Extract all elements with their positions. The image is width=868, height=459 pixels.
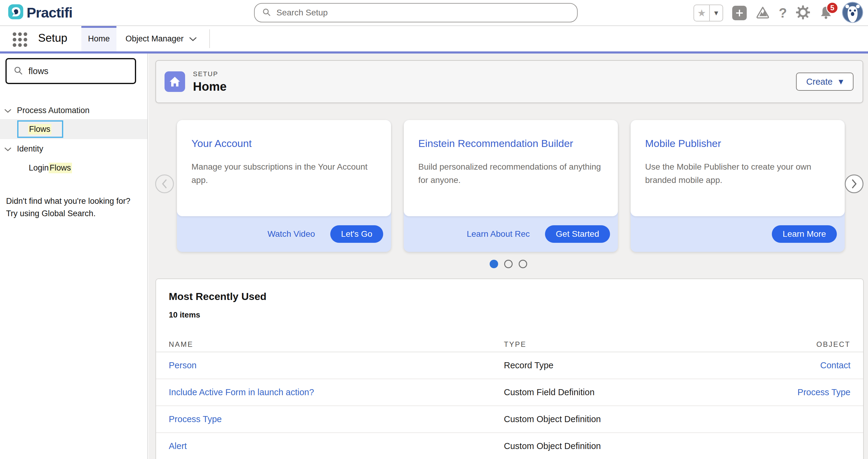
global-header: Practifi ★ ▼ (0, 0, 868, 26)
section-label: Process Automation (17, 106, 90, 115)
chevron-down-icon (4, 144, 11, 154)
trailhead-icon[interactable] (756, 6, 770, 20)
favorite-star-icon[interactable]: ★ (694, 5, 710, 21)
quick-find-search-icon (13, 66, 23, 76)
card-footer: Watch Video Let's Go (177, 216, 391, 252)
table-row: Person Record Type Contact (156, 352, 863, 379)
create-button[interactable]: Create ▼ (796, 72, 854, 91)
setup-nav-bar: Setup Home Object Manager (0, 26, 868, 52)
card-description: Use the Mobile Publisher to create your … (645, 160, 831, 187)
card-description: Build personalized recommendations of an… (418, 160, 604, 187)
flows-focus-box: Flows (17, 120, 63, 138)
carousel-card-mobile-publisher: Mobile Publisher Use the Mobile Publishe… (630, 120, 845, 252)
nav-divider (209, 29, 210, 48)
row-name-link[interactable]: Include Active Form in launch action? (169, 387, 504, 397)
sidebar-section-identity[interactable]: Identity (0, 142, 147, 156)
table-row: Alert Custom Object Definition (156, 433, 863, 459)
quick-find-input[interactable] (28, 66, 125, 76)
card-body: Your Account Manage your subscriptions i… (177, 120, 391, 216)
carousel-card-your-account: Your Account Manage your subscriptions i… (177, 120, 391, 252)
promo-carousel: Your Account Manage your subscriptions i… (149, 120, 868, 252)
not-found-line2: Try using Global Search. (6, 208, 141, 220)
row-object-link[interactable]: Contact (820, 361, 850, 370)
sidebar-item-flows[interactable]: Flows (0, 119, 147, 139)
row-type: Custom Object Definition (504, 441, 850, 451)
notification-count-badge: 5 (826, 2, 838, 14)
tab-home[interactable]: Home (81, 26, 117, 52)
setup-gear-icon[interactable] (796, 5, 810, 21)
card-footer: Learn More (630, 216, 845, 252)
app-window: Practifi ★ ▼ (0, 0, 868, 459)
column-header-name[interactable]: NAME (169, 340, 504, 349)
card-footer: Learn About Rec Get Started (404, 216, 618, 252)
practifi-logo-icon (8, 4, 24, 21)
card-body: Mobile Publisher Use the Mobile Publishe… (630, 120, 845, 216)
carousel-dot-3[interactable] (519, 260, 527, 268)
row-type: Custom Field Definition (504, 387, 798, 397)
setup-home-header-card: SETUP Home Create ▼ (155, 60, 863, 103)
page-title: Home (193, 80, 226, 93)
setup-eyebrow: SETUP (193, 70, 226, 78)
learn-more-button[interactable]: Learn More (772, 225, 837, 243)
get-started-button[interactable]: Get Started (545, 225, 610, 243)
login-flows-highlighted: Flows (49, 163, 72, 173)
page-header-text: SETUP Home (193, 70, 226, 93)
column-header-object[interactable]: OBJECT (816, 340, 850, 349)
card-title-link[interactable]: Einstein Recommendation Builder (418, 137, 603, 149)
row-name-link[interactable]: Process Type (169, 414, 504, 424)
sidebar-item-login-flows[interactable]: Login Flows (0, 161, 147, 175)
mru-title: Most Recently Used (169, 290, 863, 302)
carousel-pagination (149, 260, 868, 268)
row-type: Custom Object Definition (504, 414, 850, 424)
table-row: Process Type Custom Object Definition (156, 406, 863, 433)
chevron-down-icon (4, 106, 11, 115)
card-title-link[interactable]: Your Account (191, 137, 376, 149)
create-button-label: Create (806, 77, 833, 87)
header-actions: ★ ▼ ? (693, 0, 863, 26)
favorites-dropdown-icon[interactable]: ▼ (710, 5, 722, 21)
sidebar-not-found-text: Didn't find what you're looking for? Try… (6, 195, 141, 220)
search-icon (262, 7, 271, 18)
sidebar-section-process-automation[interactable]: Process Automation (0, 103, 147, 117)
practifi-logo[interactable]: Practifi (8, 4, 72, 21)
carousel-dot-2[interactable] (504, 260, 513, 268)
user-avatar[interactable] (842, 2, 863, 24)
tab-object-manager-label: Object Manager (125, 34, 184, 43)
favorites-button-group: ★ ▼ (693, 4, 723, 22)
mru-item-count: 10 items (169, 310, 863, 319)
help-icon[interactable]: ? (779, 5, 787, 21)
carousel-dot-1[interactable] (490, 260, 498, 268)
quick-create-button[interactable] (732, 6, 747, 20)
lets-go-button[interactable]: Let's Go (330, 225, 383, 243)
row-name-link[interactable]: Person (169, 361, 504, 370)
nav-accent-bar (0, 52, 868, 54)
not-found-line1: Didn't find what you're looking for? (6, 195, 141, 208)
notifications-button[interactable]: 5 (819, 5, 833, 21)
watch-video-link[interactable]: Watch Video (267, 229, 315, 239)
carousel-card-einstein-recommendation-builder: Einstein Recommendation Builder Build pe… (404, 120, 618, 252)
home-icon (164, 71, 185, 92)
chevron-down-icon (189, 34, 197, 43)
global-search-input[interactable] (276, 8, 570, 18)
setup-sidebar: Process Automation Flows Identity Login … (0, 54, 148, 459)
carousel-previous-button[interactable] (155, 175, 174, 193)
row-object-link[interactable]: Process Type (798, 387, 850, 397)
tab-object-manager[interactable]: Object Manager (117, 26, 206, 52)
setup-app-label: Setup (38, 32, 67, 44)
card-body: Einstein Recommendation Builder Build pe… (404, 120, 618, 216)
flows-highlighted-label: Flows (28, 124, 52, 134)
row-type: Record Type (504, 361, 820, 370)
learn-about-rec-link[interactable]: Learn About Rec (467, 229, 530, 239)
app-launcher-icon[interactable] (13, 32, 27, 47)
login-flows-prefix: Login (29, 163, 49, 173)
carousel-next-button[interactable] (845, 175, 864, 193)
card-description: Manage your subscriptions in the Your Ac… (191, 160, 378, 187)
card-title-link[interactable]: Mobile Publisher (645, 137, 830, 149)
main-content: SETUP Home Create ▼ Your Account Manage … (149, 54, 868, 459)
create-dropdown-icon: ▼ (839, 78, 843, 85)
tab-home-label: Home (88, 34, 110, 43)
most-recently-used-card: Most Recently Used 10 items NAME TYPE OB… (155, 278, 864, 459)
practifi-logo-text: Practifi (27, 4, 72, 21)
column-header-type[interactable]: TYPE (504, 340, 816, 349)
row-name-link[interactable]: Alert (169, 441, 504, 451)
